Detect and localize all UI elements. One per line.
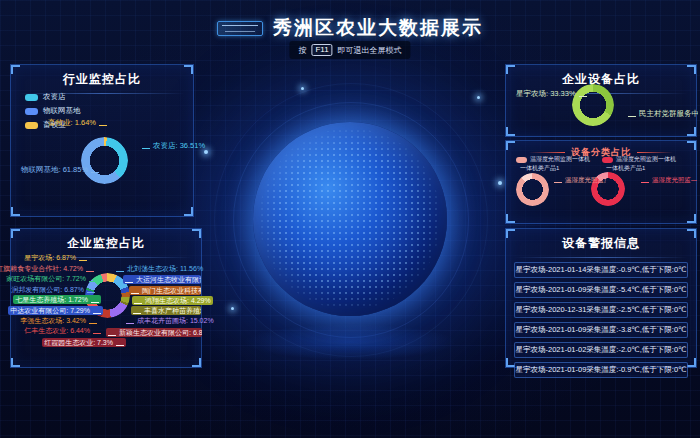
enterprise-label: 北刘荡生态农场: 11.56% (114, 264, 205, 273)
chart-callout: 物联网基地: 61.85% (19, 165, 101, 174)
legend-label: 一体机类产品1 (520, 164, 559, 173)
f11-key-label: F11 (311, 44, 332, 56)
enterprise-label: 仁丰生态农业: 6.44% (22, 326, 103, 335)
header: 秀洲区农业大数据展示 (0, 15, 700, 41)
dashboard: 秀洲区农业大数据展示 按 F11 即可退出全屏模式 行业监控占比 农资店 物联网… (0, 0, 700, 438)
glow-dot (301, 87, 304, 90)
enterprise-label: 大运河生态牧业有限责任公 (123, 275, 201, 284)
enterprise-label: 李强生态农场: 3.42% (18, 316, 99, 325)
legend-swatch (516, 157, 527, 163)
legend-swatch (602, 157, 613, 163)
enterprise-label: 成丰花卉苗圃场: 15.02% (124, 316, 216, 325)
chart-callout: 畜牧业: 1.64% (46, 118, 109, 127)
legend-item[interactable]: 一体机类产品1 (520, 164, 559, 173)
panel-device-category: 设备分类占比 温湿度光照监测一体机 一体机类产品1 温湿度光照监测一体机 一体机… (505, 140, 697, 224)
panel-enterprise-monitor: 企业监控占比 星宇农场: 6.87% 红旗粮食专业合作社: 4.72% 家旺农场… (10, 228, 202, 368)
glow-dot (477, 96, 480, 99)
alert-item: 星宇农场-2020-12-31采集温度:-2.5℃,低于下限:0℃ (514, 302, 688, 318)
alerts-list: 星宇农场-2021-01-14采集温度:-0.9℃,低于下限:0℃ 星宇农场-2… (506, 262, 696, 378)
chart-callout: 星宇农场: 33.33% (514, 89, 589, 98)
device-category-donut-1[interactable] (516, 173, 549, 206)
legend-label: 温湿度光照监测一体机 (530, 155, 590, 164)
chart-callout: 温湿度光照监— (639, 175, 697, 184)
glow-dot (498, 181, 502, 185)
chart-callout: 温湿度光照监测一— (552, 175, 606, 184)
chart-callout: 民主村党群服务中心: (626, 109, 698, 118)
alert-item: 星宇农场-2021-01-09采集温度:-0.9℃,低于下限:0℃ (514, 362, 688, 378)
alert-item: 星宇农场-2021-01-09采集温度:-3.8℃,低于下限:0℃ (514, 322, 688, 338)
alert-item: 星宇农场-2021-01-14采集温度:-0.9℃,低于下限:0℃ (514, 262, 688, 278)
glow-dot (231, 307, 234, 310)
enterprise-label: 星宇农场: 6.87% (22, 253, 89, 262)
legend-item[interactable]: 农资店 (25, 92, 81, 102)
title-divider (514, 257, 688, 258)
panel-device-alerts: 设备警报信息 星宇农场-2021-01-14采集温度:-0.9℃,低于下限:0℃… (505, 228, 697, 368)
enterprise-label: 鸿翔生态农场: 4.29% (132, 296, 213, 305)
panel-title: 企业设备占比 (506, 65, 696, 88)
panel-industry-monitor: 行业监控占比 农资店 物联网基地 畜牧业 畜牧业: 1.64% 农资店: 36.… (10, 64, 194, 217)
enterprise-label: 家旺农场有限公司: 7.72% (4, 274, 99, 283)
enterprise-label: 红旗粮食专业合作社: 4.72% (0, 264, 96, 273)
industry-donut-chart[interactable] (81, 137, 128, 184)
enterprise-label: 新颖生态农业有限公司: 6.87% (106, 328, 202, 337)
globe-base-glow (243, 324, 457, 360)
legend-label: 物联网基地 (43, 106, 81, 116)
panel-device-ratio: 企业设备占比 星宇农场: 33.33% 民主村党群服务中心: (505, 64, 697, 137)
page-title: 秀洲区农业大数据展示 (273, 15, 483, 41)
legend-label: 温湿度光照监测一体机 (616, 155, 676, 164)
legend-item[interactable]: 温湿度光照监测一体机 (602, 155, 676, 164)
alert-item: 星宇农场-2021-01-09采集温度:-5.4℃,低于下限:0℃ (514, 282, 688, 298)
enterprise-label: 红霞园生态农业: 7.3% (42, 338, 126, 347)
panel-title: 设备警报信息 (506, 229, 696, 252)
legend-label: 农资店 (43, 92, 66, 102)
enterprise-label: 中达农业有限公司: 7.29% (8, 306, 103, 315)
globe (253, 122, 447, 316)
legend-swatch (25, 122, 38, 129)
panel-title: 企业监控占比 (11, 229, 201, 252)
hint-suffix: 即可退出全屏模式 (338, 45, 402, 56)
alert-item: 星宇农场-2021-01-02采集温度:-2.0℃,低于下限:0℃ (514, 342, 688, 358)
legend-swatch (25, 94, 38, 101)
industry-legend: 农资店 物联网基地 畜牧业 (25, 92, 81, 134)
glow-dot (204, 150, 208, 154)
enterprise-label: 丰喜水产种苗养殖场: 1. (131, 306, 201, 315)
fullscreen-hint: 按 F11 即可退出全屏模式 (289, 41, 410, 59)
enterprise-label: 润邦发有限公司: 6.87% (9, 285, 97, 294)
legend-item[interactable]: 物联网基地 (25, 106, 81, 116)
enterprise-label: 陶门生态农业科技有限公 (129, 286, 201, 295)
panel-title: 行业监控占比 (11, 65, 193, 88)
enterprise-label: 七星生态养殖场: 1.72% (13, 295, 101, 304)
legend-item[interactable]: 温湿度光照监测一体机 (516, 155, 590, 164)
hint-prefix: 按 (298, 45, 306, 56)
title-ornament (529, 152, 565, 153)
title-ornament (637, 152, 673, 153)
legend-swatch (25, 108, 38, 115)
brand-logo (217, 21, 263, 36)
chart-callout: 农资店: 36.51% (140, 141, 207, 150)
